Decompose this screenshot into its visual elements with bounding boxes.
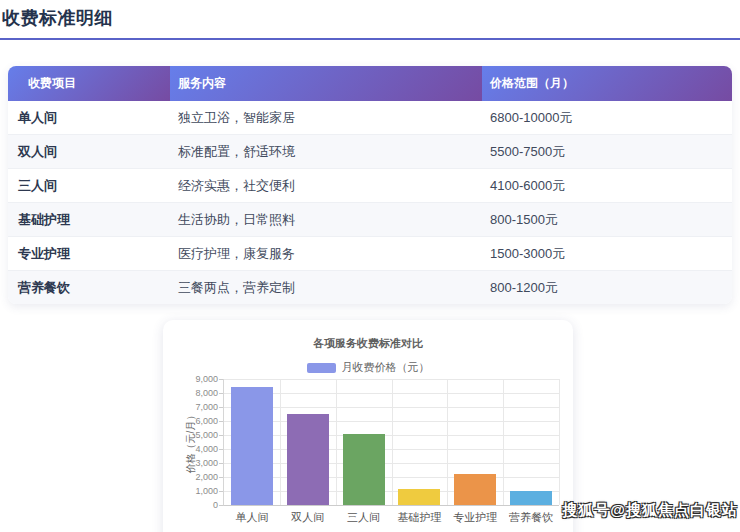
x-category-label: 双人间 bbox=[280, 510, 336, 525]
y-tick-label: 7,000 bbox=[176, 402, 218, 412]
price-cell: 5500-7500元 bbox=[482, 135, 732, 168]
table-header-row: 收费项目 服务内容 价格范围（月） bbox=[8, 66, 732, 101]
y-tick-label: 3,000 bbox=[176, 458, 218, 468]
y-tick-mark bbox=[219, 407, 223, 408]
y-tick-mark bbox=[219, 491, 223, 492]
y-tick-label: 5,000 bbox=[176, 430, 218, 440]
column-header-service: 服务内容 bbox=[170, 66, 482, 101]
service-cell: 生活协助，日常照料 bbox=[170, 203, 482, 236]
price-cell: 6800-10000元 bbox=[482, 101, 732, 134]
column-header-price: 价格范围（月） bbox=[482, 66, 732, 101]
y-tick-mark bbox=[219, 379, 223, 380]
x-category-label: 单人间 bbox=[224, 510, 280, 525]
y-tick-label: 8,000 bbox=[176, 388, 218, 398]
legend-label: 月收费价格（元） bbox=[342, 360, 430, 375]
x-gridline bbox=[336, 379, 337, 505]
bar bbox=[231, 387, 273, 505]
chart-plot: 价格（元/月） 01,0002,0003,0004,0005,0006,0007… bbox=[223, 379, 559, 506]
x-gridline bbox=[559, 379, 560, 505]
table-row: 专业护理 医疗护理，康复服务 1500-3000元 bbox=[8, 237, 732, 271]
x-category-label: 三人间 bbox=[336, 510, 392, 525]
fee-item-cell: 专业护理 bbox=[8, 237, 170, 270]
fee-item-cell: 三人间 bbox=[8, 169, 170, 202]
price-cell: 4100-6000元 bbox=[482, 169, 732, 202]
y-tick-label: 9,000 bbox=[176, 374, 218, 384]
bar bbox=[454, 474, 496, 506]
service-cell: 独立卫浴，智能家居 bbox=[170, 101, 482, 134]
price-cell: 1500-3000元 bbox=[482, 237, 732, 270]
y-tick-mark bbox=[219, 421, 223, 422]
fee-item-cell: 营养餐饮 bbox=[8, 271, 170, 304]
service-cell: 经济实惠，社交便利 bbox=[170, 169, 482, 202]
y-tick-label: 4,000 bbox=[176, 444, 218, 454]
table-row: 单人间 独立卫浴，智能家居 6800-10000元 bbox=[8, 101, 732, 135]
fee-item-cell: 基础护理 bbox=[8, 203, 170, 236]
bar-chart-card: 各项服务收费标准对比 月收费价格（元） 价格（元/月） 01,0002,0003… bbox=[163, 320, 573, 532]
table-row: 基础护理 生活协助，日常照料 800-1500元 bbox=[8, 203, 732, 237]
bar bbox=[287, 414, 329, 505]
x-category-label: 营养餐饮 bbox=[503, 510, 559, 525]
column-header-item: 收费项目 bbox=[8, 66, 170, 101]
x-gridline bbox=[503, 379, 504, 505]
x-gridline bbox=[392, 379, 393, 505]
fee-item-cell: 单人间 bbox=[8, 101, 170, 134]
y-tick-mark bbox=[219, 463, 223, 464]
bar bbox=[398, 489, 440, 505]
legend-swatch-icon bbox=[307, 363, 336, 373]
service-cell: 标准配置，舒适环境 bbox=[170, 135, 482, 168]
chart-title: 各项服务收费标准对比 bbox=[163, 336, 573, 351]
table-row: 三人间 经济实惠，社交便利 4100-6000元 bbox=[8, 169, 732, 203]
title-divider bbox=[0, 38, 740, 40]
y-tick-label: 1,000 bbox=[176, 486, 218, 496]
table-row: 营养餐饮 三餐两点，营养定制 800-1200元 bbox=[8, 271, 732, 304]
x-gridline bbox=[447, 379, 448, 505]
service-cell: 三餐两点，营养定制 bbox=[170, 271, 482, 304]
y-tick-label: 6,000 bbox=[176, 416, 218, 426]
y-tick-label: 2,000 bbox=[176, 472, 218, 482]
x-category-label: 基础护理 bbox=[392, 510, 448, 525]
price-cell: 800-1200元 bbox=[482, 271, 732, 304]
x-category-label: 专业护理 bbox=[447, 510, 503, 525]
table-body: 单人间 独立卫浴，智能家居 6800-10000元 双人间 标准配置，舒适环境 … bbox=[8, 101, 732, 304]
chart-legend: 月收费价格（元） bbox=[163, 360, 573, 375]
y-tick-mark bbox=[219, 435, 223, 436]
y-tick-mark bbox=[219, 477, 223, 478]
fee-table: 收费项目 服务内容 价格范围（月） 单人间 独立卫浴，智能家居 6800-100… bbox=[8, 66, 732, 304]
y-tick-label: 0 bbox=[176, 500, 218, 510]
bar bbox=[343, 434, 385, 505]
y-tick-mark bbox=[219, 449, 223, 450]
price-cell: 800-1500元 bbox=[482, 203, 732, 236]
x-gridline bbox=[280, 379, 281, 505]
y-tick-mark bbox=[219, 505, 223, 506]
fee-item-cell: 双人间 bbox=[8, 135, 170, 168]
y-tick-mark bbox=[219, 393, 223, 394]
bar bbox=[510, 491, 552, 505]
service-cell: 医疗护理，康复服务 bbox=[170, 237, 482, 270]
watermark: 搜狐号@搜狐焦点白银站 bbox=[562, 501, 738, 520]
page-title: 收费标准明细 bbox=[2, 6, 113, 30]
table-row: 双人间 标准配置，舒适环境 5500-7500元 bbox=[8, 135, 732, 169]
